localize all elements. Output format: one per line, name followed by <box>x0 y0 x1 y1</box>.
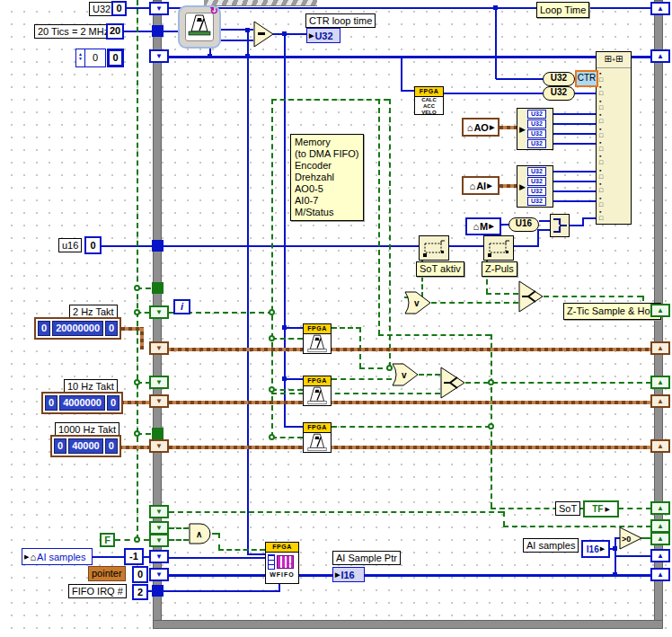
fifo-irq-value[interactable]: 2 <box>132 584 148 600</box>
fpga-takt-node[interactable]: FPGA <box>303 323 332 354</box>
bool-tunnel[interactable] <box>152 282 164 294</box>
or-node[interactable]: v <box>404 291 431 316</box>
shift-register-left[interactable]: ▼ <box>149 550 169 563</box>
shift-register-right[interactable]: ▲ <box>650 519 670 533</box>
spinner-value[interactable]: 0 <box>85 49 105 66</box>
labview-block-diagram: ▼ ▼ ▼ ▼ ▼ ▼ ▼ ▼ ▼ ▼ ▼ ▼ ▲ ▲ ▲ ▲ ▲ ▲ ▲ ▲ … <box>0 0 672 637</box>
shift-register-left[interactable]: ▼ <box>149 305 169 319</box>
ai-samples-init-value[interactable]: -1 <box>124 548 144 565</box>
cluster-value[interactable]: 0 <box>105 321 118 336</box>
z-puls-node[interactable] <box>483 235 514 262</box>
shift-register-left[interactable]: ▼ <box>149 394 169 408</box>
ctr-tag[interactable]: CTR <box>575 70 598 87</box>
takt-1000hz-cluster[interactable]: 0 40000 0 <box>50 435 121 457</box>
shift-register-right[interactable]: ▲ <box>650 439 670 453</box>
unbundle-ai-node[interactable]: ▶ U32U32U32U32 <box>517 165 553 208</box>
cluster-value[interactable]: 0 <box>107 395 119 411</box>
shift-register-right[interactable]: ▲ <box>650 394 670 408</box>
u16-value[interactable]: 0 <box>84 236 102 254</box>
shift-register-left[interactable]: ▼ <box>149 521 169 535</box>
fpga-calc-acc-velo-node[interactable]: FPGA CALCACCVELO <box>414 86 444 115</box>
shift-register-left[interactable]: ▼ <box>149 505 169 518</box>
select-node[interactable] <box>440 367 465 401</box>
takt-10hz-cluster[interactable]: 0 4000000 0 <box>41 392 123 414</box>
to-u16-bullet[interactable]: U16 <box>508 217 539 232</box>
cluster-value[interactable]: 40000 <box>68 438 103 454</box>
tunnel[interactable] <box>152 585 164 597</box>
pointer-value[interactable]: 0 <box>132 566 148 583</box>
shift-register-left[interactable]: ▼ <box>149 49 169 63</box>
wire <box>247 553 265 555</box>
cluster-value[interactable]: 20000000 <box>52 321 103 336</box>
bool-wire <box>169 527 189 529</box>
spinner-value2[interactable]: 0 <box>107 49 124 67</box>
shift-register-right[interactable]: ▲ <box>650 376 670 389</box>
while-loop-bottom-border[interactable] <box>153 620 663 629</box>
fpga-banner: FPGA <box>304 376 331 386</box>
wire <box>553 171 596 173</box>
cluster-wire <box>500 126 517 129</box>
ai-sample-ptr-indicator[interactable]: ▶ I16 <box>332 567 365 582</box>
cluster-wire <box>149 348 651 351</box>
or-node[interactable]: v <box>392 363 419 388</box>
shift-register-right[interactable]: ▲ <box>650 532 670 545</box>
join-numbers-node[interactable] <box>550 214 570 239</box>
tics-value[interactable]: 20 <box>106 23 124 40</box>
bool-tunnel[interactable] <box>152 428 164 439</box>
shift-register-left[interactable]: ▼ <box>149 2 169 15</box>
cluster-value[interactable]: 0 <box>45 395 57 411</box>
metronome-icon <box>307 433 327 452</box>
wire <box>164 31 178 32</box>
wire-junction <box>245 28 250 32</box>
iteration-terminal[interactable]: i <box>173 299 190 314</box>
shift-register-left[interactable]: ▼ <box>149 439 169 453</box>
shift-register-right[interactable]: ▲ <box>650 304 670 317</box>
shift-register-right[interactable]: ▲ <box>650 549 670 562</box>
shift-register-right[interactable]: ▲ <box>650 2 670 15</box>
to-u32-bullet[interactable]: U32 <box>543 86 575 101</box>
cluster-value[interactable]: 0 <box>38 321 50 336</box>
ai-samples-global-ref[interactable]: ▶ ⌂ AI samples <box>22 548 93 565</box>
subtract-node[interactable] <box>253 21 274 49</box>
fpga-wfifo-node[interactable]: FPGA → WFIFO <box>265 542 299 584</box>
tunnel[interactable] <box>152 240 164 252</box>
fpga-banner: FPGA <box>266 543 298 553</box>
wire <box>553 181 596 182</box>
takt-2hz-cluster[interactable]: 0 20000000 0 <box>34 317 121 340</box>
greater-than-zero-node[interactable]: >0 <box>619 526 642 552</box>
shift-register-left[interactable]: ▼ <box>149 341 169 355</box>
shift-register-right[interactable]: ▲ <box>650 341 670 355</box>
spinner-arrows-icon[interactable]: ▲▼ <box>76 49 85 66</box>
shift-register-right[interactable]: ▲ <box>650 568 670 581</box>
cluster-wire <box>169 401 651 404</box>
m-global-variable[interactable]: ⌂ M ▶ <box>465 217 501 235</box>
fpga-takt-node[interactable]: FPGA <box>303 422 332 453</box>
ai-samples-i16-indicator[interactable]: I16 ▶ <box>581 540 610 558</box>
ai-global-variable[interactable]: ⌂ AI ▶ <box>462 176 500 195</box>
shift-register-left[interactable]: ▼ <box>149 568 169 581</box>
u32-constant-value[interactable]: 0 <box>111 1 127 16</box>
and-node[interactable]: ∧ <box>189 523 212 546</box>
shift-register-left[interactable]: ▼ <box>149 534 169 547</box>
spinner-control[interactable]: ▲▼ 0 <box>75 49 106 67</box>
cluster-value[interactable]: 4000000 <box>59 395 105 411</box>
bool-junction <box>269 309 275 315</box>
shift-register-right[interactable]: ▲ <box>650 501 670 515</box>
fpga-takt-node[interactable]: FPGA <box>303 376 332 406</box>
cluster-value[interactable]: 0 <box>105 438 118 454</box>
sot-tf-indicator[interactable]: TF ▶ <box>583 500 619 518</box>
shift-register-left[interactable]: ▼ <box>149 376 169 389</box>
tunnel[interactable] <box>152 25 164 37</box>
false-constant[interactable]: F <box>100 533 115 547</box>
ctr-loop-time-indicator[interactable]: ▶ U32 <box>306 28 340 43</box>
to-u32-bullet[interactable]: U32 <box>543 72 575 86</box>
sot-label: SoT <box>555 501 580 516</box>
select-node[interactable] <box>518 280 544 314</box>
tick-count-node[interactable]: ↻ <box>178 5 221 49</box>
memory-note: Memory (to DMA FIFO) Encoder Drehzahl AO… <box>290 134 364 221</box>
shift-register-right[interactable]: ▲ <box>650 49 670 63</box>
sot-aktiv-node[interactable] <box>419 235 449 262</box>
unbundle-ao-node[interactable]: ▶ U32U32U32U32 <box>517 108 553 150</box>
cluster-value[interactable]: 0 <box>54 438 66 454</box>
ao-global-variable[interactable]: ⌂ AO ▶ <box>462 118 500 137</box>
